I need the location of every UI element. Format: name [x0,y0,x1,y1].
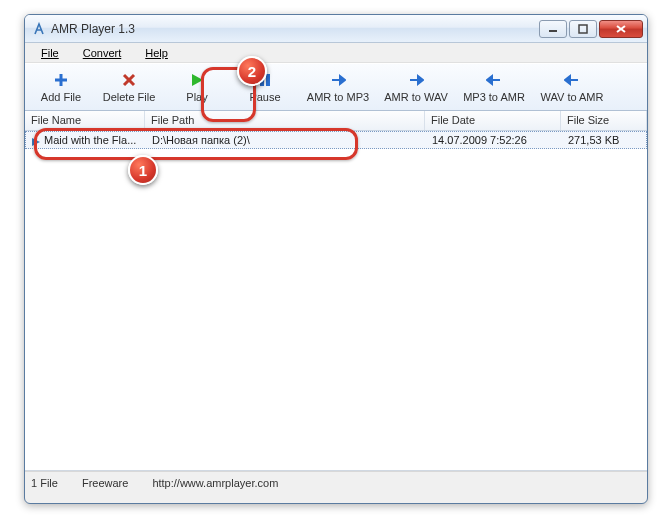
menu-file[interactable]: File [29,45,71,61]
menu-convert[interactable]: Convert [71,45,134,61]
play-icon [188,71,206,89]
menubar: File Convert Help [25,43,647,63]
mp3-to-amr-label: MP3 to AMR [463,91,525,103]
arrow-left-icon [563,71,581,89]
svg-marker-8 [192,74,203,86]
window-controls [539,20,643,38]
col-file-size[interactable]: File Size [561,111,647,130]
statusbar: 1 File Freeware http://www.amrplayer.com [25,471,647,493]
table-body[interactable]: Maid with the Fla... D:\Новая папка (2)\… [25,131,647,471]
status-url[interactable]: http://www.amrplayer.com [152,477,278,489]
status-license: Freeware [82,477,128,489]
amr-to-mp3-label: AMR to MP3 [307,91,369,103]
menu-help[interactable]: Help [133,45,180,61]
svg-rect-10 [266,74,270,86]
cell-file-path: D:\Новая папка (2)\ [146,134,426,146]
table-header: File Name File Path File Date File Size [25,111,647,131]
play-label: Play [186,91,207,103]
add-file-label: Add File [41,91,81,103]
wav-to-amr-button[interactable]: WAV to AMR [535,66,609,108]
amr-to-mp3-button[interactable]: AMR to MP3 [301,66,375,108]
pause-label: Pause [249,91,280,103]
delete-file-label: Delete File [103,91,156,103]
maximize-button[interactable] [569,20,597,38]
svg-marker-14 [565,76,578,84]
amr-to-wav-button[interactable]: AMR to WAV [379,66,453,108]
col-file-name[interactable]: File Name [25,111,145,130]
add-file-button[interactable]: Add File [29,66,93,108]
play-button[interactable]: Play [165,66,229,108]
minimize-button[interactable] [539,20,567,38]
delete-file-button[interactable]: Delete File [97,66,161,108]
col-file-path[interactable]: File Path [145,111,425,130]
arrow-right-icon [407,71,425,89]
window-title: AMR Player 1.3 [51,22,539,36]
toolbar: Add File Delete File Play Pause AMR to M… [25,63,647,111]
pause-icon [256,71,274,89]
cell-file-size: 271,53 KB [562,134,646,146]
svg-marker-12 [410,76,423,84]
close-button[interactable] [599,20,643,38]
svg-rect-1 [579,25,587,33]
titlebar: AMR Player 1.3 [25,15,647,43]
app-icon [31,21,47,37]
table-row[interactable]: Maid with the Fla... D:\Новая папка (2)\… [25,131,647,149]
cell-file-date: 14.07.2009 7:52:26 [426,134,562,146]
app-window: AMR Player 1.3 File Convert Help Add Fil… [24,14,648,504]
delete-icon [120,71,138,89]
pause-button[interactable]: Pause [233,66,297,108]
plus-icon [52,71,70,89]
svg-marker-15 [32,138,40,146]
arrow-left-icon [485,71,503,89]
svg-rect-9 [260,74,264,86]
arrow-right-icon [329,71,347,89]
mp3-to-amr-button[interactable]: MP3 to AMR [457,66,531,108]
col-file-date[interactable]: File Date [425,111,561,130]
cell-file-name: Maid with the Fla... [44,134,136,146]
amr-to-wav-label: AMR to WAV [384,91,448,103]
wav-to-amr-label: WAV to AMR [541,91,604,103]
play-indicator-icon [32,136,40,144]
svg-marker-13 [487,76,500,84]
svg-marker-11 [332,76,345,84]
status-file-count: 1 File [31,477,58,489]
